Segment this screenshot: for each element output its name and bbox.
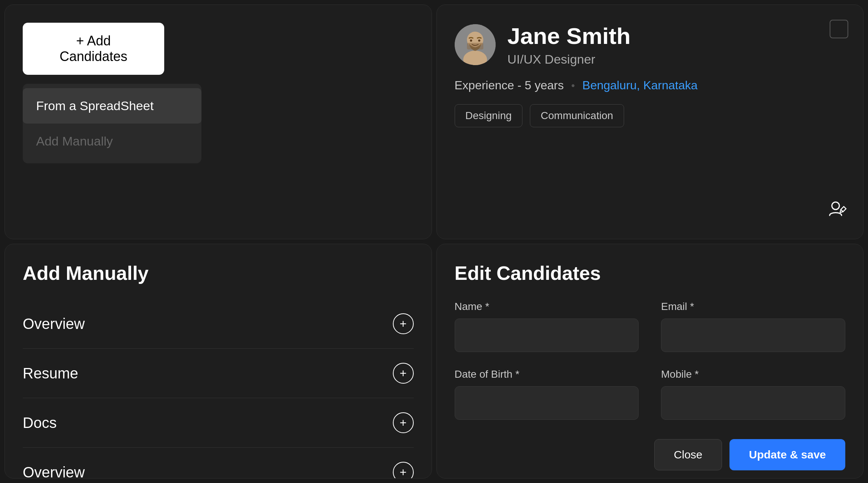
candidate-info: Jane Smith UI/UX Designer bbox=[508, 23, 631, 67]
name-field-group: Name * bbox=[455, 301, 639, 352]
update-save-button[interactable]: Update & save bbox=[729, 439, 845, 470]
experience-text: Experience - 5 years bbox=[455, 79, 564, 92]
candidate-meta: Experience - 5 years • Bengaluru, Karnat… bbox=[455, 79, 846, 92]
candidate-name: Jane Smith bbox=[508, 23, 631, 49]
skill-designing: Designing bbox=[455, 104, 523, 127]
email-label: Email * bbox=[661, 301, 845, 313]
form-actions: Close Update & save bbox=[455, 439, 846, 470]
email-field-group: Email * bbox=[661, 301, 845, 352]
candidate-header: Jane Smith UI/UX Designer bbox=[455, 23, 846, 67]
dob-input[interactable] bbox=[455, 386, 639, 420]
add-manually-panel: Add Manually Overview + Resume + Docs + … bbox=[4, 244, 432, 479]
resume-label: Resume bbox=[23, 365, 78, 382]
edit-candidate-button[interactable] bbox=[827, 199, 848, 224]
skill-communication: Communication bbox=[530, 104, 624, 127]
svg-point-4 bbox=[470, 39, 472, 42]
svg-point-5 bbox=[478, 39, 480, 42]
docs-section[interactable]: Docs + bbox=[23, 398, 414, 448]
close-button[interactable]: Close bbox=[654, 439, 722, 470]
add-candidates-dropdown: From a SpreadSheet Add Manually bbox=[23, 84, 201, 163]
resume-section[interactable]: Resume + bbox=[23, 349, 414, 398]
overview-1-expand[interactable]: + bbox=[393, 313, 414, 334]
add-candidates-button[interactable]: + Add Candidates bbox=[23, 23, 164, 75]
mobile-label: Mobile * bbox=[661, 368, 845, 380]
resume-expand[interactable]: + bbox=[393, 363, 414, 384]
overview-2-expand[interactable]: + bbox=[393, 462, 414, 479]
top-left-panel: + Add Candidates From a SpreadSheet Add … bbox=[4, 4, 432, 239]
overview-2-label: Overview bbox=[23, 464, 85, 479]
overview-section-2[interactable]: Overview + bbox=[23, 448, 414, 479]
edit-candidates-title: Edit Candidates bbox=[455, 262, 846, 284]
docs-expand[interactable]: + bbox=[393, 412, 414, 433]
candidate-profile-panel: Jane Smith UI/UX Designer Experience - 5… bbox=[436, 4, 864, 239]
name-label: Name * bbox=[455, 301, 639, 313]
dob-field-group: Date of Birth * bbox=[455, 368, 639, 420]
overview-1-label: Overview bbox=[23, 316, 85, 332]
spreadsheet-option[interactable]: From a SpreadSheet bbox=[23, 88, 201, 124]
select-checkbox[interactable] bbox=[830, 20, 848, 38]
overview-section-1[interactable]: Overview + bbox=[23, 299, 414, 349]
mobile-field-group: Mobile * bbox=[661, 368, 845, 420]
mobile-input[interactable] bbox=[661, 386, 845, 420]
location-text: Bengaluru, Karnataka bbox=[582, 79, 698, 92]
name-input[interactable] bbox=[455, 319, 639, 352]
edit-candidates-panel: Edit Candidates Name * Email * Date of B… bbox=[436, 244, 864, 479]
svg-point-6 bbox=[832, 202, 839, 209]
avatar bbox=[455, 24, 496, 65]
edit-form: Name * Email * Date of Birth * Mobile * bbox=[455, 301, 846, 420]
add-manually-title: Add Manually bbox=[23, 262, 414, 284]
email-input[interactable] bbox=[661, 319, 845, 352]
skills-container: Designing Communication bbox=[455, 104, 846, 127]
dob-label: Date of Birth * bbox=[455, 368, 639, 380]
separator-dot: • bbox=[571, 80, 575, 92]
candidate-title: UI/UX Designer bbox=[508, 52, 631, 67]
manual-option[interactable]: Add Manually bbox=[23, 124, 201, 159]
docs-label: Docs bbox=[23, 415, 57, 431]
